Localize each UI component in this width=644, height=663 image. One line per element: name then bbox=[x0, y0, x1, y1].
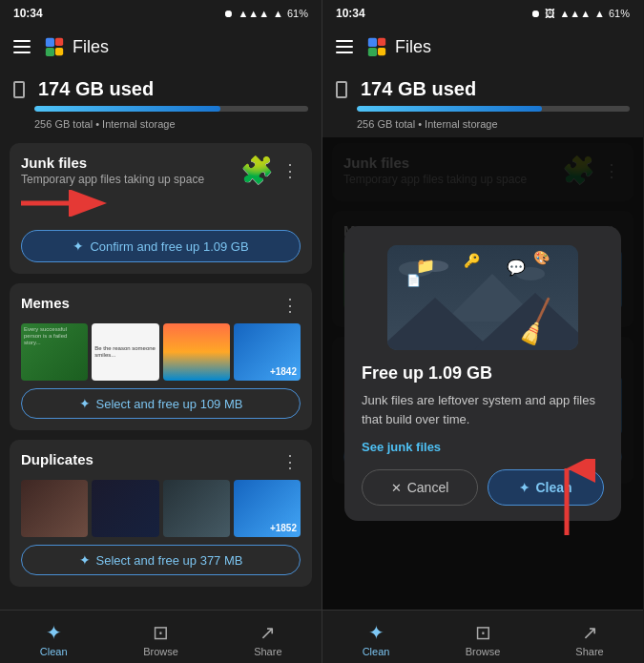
app-bar-right: Files bbox=[322, 25, 643, 69]
browse-nav-label-left: Browse bbox=[143, 646, 178, 657]
dialog-body: Junk files are leftover system and app f… bbox=[362, 391, 604, 428]
clean-sparkle-icon: ✦ bbox=[519, 481, 530, 495]
app-title-right: Files bbox=[395, 37, 431, 57]
nav-share-right[interactable]: ↗ Share bbox=[536, 618, 643, 659]
storage-bar-right bbox=[357, 106, 630, 112]
cancel-label: Cancel bbox=[407, 480, 449, 495]
memes-sparkle-icon: ✦ bbox=[79, 396, 91, 411]
svg-rect-6 bbox=[378, 38, 385, 46]
duplicates-card-header: Duplicates ⋮ bbox=[21, 451, 301, 472]
see-junk-link[interactable]: See junk files bbox=[362, 440, 604, 454]
nav-share-left[interactable]: ↗ Share bbox=[215, 618, 322, 659]
confirm-btn-text: Confirm and free up 1.09 GB bbox=[90, 239, 248, 254]
storage-bar-fill-left bbox=[34, 106, 220, 112]
app-title-left: Files bbox=[73, 37, 109, 57]
junk-more-icon[interactable]: ⋮ bbox=[280, 160, 301, 181]
sparkle-icon: ✦ bbox=[73, 238, 84, 254]
time-left: 10:34 bbox=[13, 7, 43, 20]
red-arrow-right bbox=[538, 459, 595, 545]
storage-bar-fill-right bbox=[357, 106, 542, 112]
svg-rect-3 bbox=[46, 48, 54, 56]
bottom-nav-right: ✦ Clean ⊡ Browse ↗ Share bbox=[322, 610, 643, 663]
junk-subtitle: Temporary app files taking up space bbox=[21, 173, 240, 186]
app-logo-left bbox=[44, 36, 65, 57]
duplicates-thumbnails: +1852 bbox=[21, 480, 301, 537]
share-nav-icon-right: ↗ bbox=[582, 621, 598, 644]
junk-title: Junk files bbox=[21, 155, 240, 171]
nav-clean-right[interactable]: ✦ Clean bbox=[322, 618, 429, 659]
junk-icon-area: 🧩 ⋮ bbox=[240, 155, 301, 186]
dialog-title: Free up 1.09 GB bbox=[362, 363, 604, 383]
dup-thumb-4: +1852 bbox=[234, 480, 301, 537]
nav-browse-right[interactable]: ⊡ Browse bbox=[429, 618, 536, 659]
hamburger-icon-right[interactable] bbox=[336, 40, 353, 53]
cancel-x-icon: ✕ bbox=[391, 481, 402, 495]
memes-extra-count: +1842 bbox=[270, 366, 297, 377]
nav-browse-left[interactable]: ⊡ Browse bbox=[107, 618, 214, 659]
cancel-button[interactable]: ✕ Cancel bbox=[362, 469, 478, 506]
confirm-free-button[interactable]: ✦ Confirm and free up 1.09 GB bbox=[21, 230, 301, 262]
dialog-illustration: 📁 🔑 💬 📄 🎨 🧹 bbox=[362, 245, 604, 350]
junk-emoji-icon: 🧩 bbox=[240, 155, 274, 186]
memes-thumbnails: Every successful person is a failed stor… bbox=[21, 323, 301, 381]
record-icon: ⏺ bbox=[223, 8, 234, 19]
floating-file-icon: 📄 bbox=[406, 274, 421, 287]
clean-nav-icon-right: ✦ bbox=[368, 621, 384, 644]
floating-chat-icon: 💬 bbox=[507, 259, 526, 277]
memes-title: Memes bbox=[21, 295, 70, 311]
memes-select-text: Select and free up 109 MB bbox=[96, 397, 243, 411]
dialog-illus-box: 📁 🔑 💬 📄 🎨 🧹 bbox=[387, 245, 578, 350]
phone-icon-left bbox=[13, 81, 25, 98]
dup-select-text: Select and free up 377 MB bbox=[96, 553, 243, 568]
svg-rect-7 bbox=[378, 48, 385, 55]
app-logo-right bbox=[366, 36, 387, 57]
scroll-content-right: Junk files Temporary app files taking up… bbox=[322, 137, 643, 610]
storage-used-left: 174 GB used bbox=[13, 78, 308, 100]
battery-icon-right: 61% bbox=[609, 8, 630, 19]
floating-key-icon: 🔑 bbox=[464, 253, 480, 268]
record-icon-right: ⏺ bbox=[530, 8, 541, 19]
signal-icon: ▲▲▲ bbox=[238, 8, 269, 19]
battery-icon-left: 61% bbox=[287, 8, 308, 19]
duplicates-card: Duplicates ⋮ +1852 ✦ Select and free up … bbox=[10, 440, 312, 587]
signal-icon-right: ▲▲▲ bbox=[559, 8, 591, 19]
memes-select-button[interactable]: ✦ Select and free up 109 MB bbox=[21, 388, 301, 419]
memes-card-header: Memes ⋮ bbox=[21, 295, 301, 316]
nav-clean-left[interactable]: ✦ Clean bbox=[0, 618, 107, 659]
right-panel: 10:34 ⏺ 🖼 ▲▲▲ ▲ 61% Files 174 GB used bbox=[322, 0, 643, 663]
left-panel: 10:34 ⏺ ▲▲▲ ▲ 61% Files 174 GB used 25 bbox=[0, 0, 322, 663]
scroll-content-left: Junk files Temporary app files taking up… bbox=[0, 137, 322, 610]
junk-files-card: Junk files Temporary app files taking up… bbox=[10, 143, 312, 274]
duplicates-more-icon[interactable]: ⋮ bbox=[280, 451, 301, 472]
dup-sparkle-icon: ✦ bbox=[79, 552, 91, 568]
meme-thumb-4: +1842 bbox=[234, 323, 301, 381]
duplicates-select-button[interactable]: ✦ Select and free up 377 MB bbox=[21, 545, 301, 575]
browse-nav-icon-left: ⊡ bbox=[153, 621, 169, 644]
floating-folder-icon: 📁 bbox=[416, 257, 435, 275]
status-bar-right: 10:34 ⏺ 🖼 ▲▲▲ ▲ 61% bbox=[322, 0, 643, 25]
meme-thumb-label-1: Every successful person is a failed stor… bbox=[21, 323, 88, 350]
storage-section-left: 174 GB used 256 GB total • Internal stor… bbox=[0, 69, 322, 137]
clean-nav-label-left: Clean bbox=[40, 646, 68, 657]
share-nav-label-left: Share bbox=[254, 646, 281, 657]
red-arrow-left bbox=[21, 190, 107, 217]
browse-nav-icon-right: ⊡ bbox=[475, 621, 491, 644]
junk-title-area: Junk files Temporary app files taking up… bbox=[21, 155, 240, 186]
hamburger-icon[interactable] bbox=[13, 40, 31, 53]
duplicates-extra-count: +1852 bbox=[270, 523, 297, 533]
dup-thumb-3 bbox=[163, 480, 230, 537]
memes-more-icon[interactable]: ⋮ bbox=[280, 295, 301, 316]
duplicates-title: Duplicates bbox=[21, 451, 93, 467]
status-icons-right: ⏺ 🖼 ▲▲▲ ▲ 61% bbox=[530, 8, 630, 19]
junk-card-header: Junk files Temporary app files taking up… bbox=[21, 155, 301, 186]
dup-thumb-2 bbox=[92, 480, 158, 537]
svg-rect-2 bbox=[55, 48, 63, 55]
meme-thumb-3 bbox=[163, 323, 230, 381]
storage-subtitle-left: 256 GB total • Internal storage bbox=[34, 118, 176, 130]
floating-app-icon: 🎨 bbox=[533, 250, 550, 265]
wifi-icon-right: ▲ bbox=[594, 8, 605, 19]
svg-rect-5 bbox=[368, 38, 377, 47]
meme-thumb-label-2: Be the reason someone smiles... bbox=[92, 342, 158, 362]
dup-thumb-1 bbox=[21, 480, 88, 537]
status-icons-left: ⏺ ▲▲▲ ▲ 61% bbox=[223, 8, 308, 19]
